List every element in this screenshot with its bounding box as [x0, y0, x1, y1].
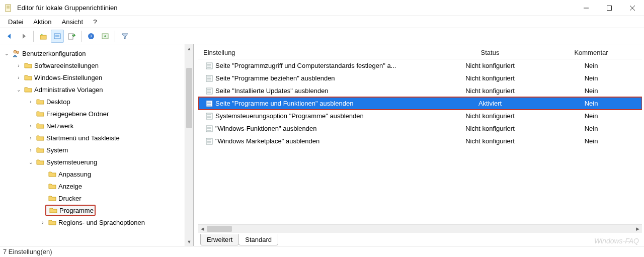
help-button[interactable]: ?	[85, 30, 98, 43]
refresh-button[interactable]	[99, 30, 112, 43]
tree-node-controlpanel[interactable]: ⌄ Systemsteuerung	[0, 156, 193, 168]
up-button[interactable]	[37, 30, 50, 43]
app-icon	[4, 4, 13, 13]
menu-view[interactable]: Ansicht	[58, 17, 88, 27]
column-setting[interactable]: Einstellung	[198, 49, 430, 56]
policy-row[interactable]: "Windows-Funktionen" ausblenden Nicht ko…	[198, 122, 642, 135]
expand-icon[interactable]: ›	[27, 147, 34, 153]
row-name: "Windows-Funktionen" ausblenden	[215, 125, 316, 132]
scroll-up-icon[interactable]: ▲	[185, 44, 193, 53]
expand-icon[interactable]: ›	[27, 99, 34, 105]
row-status: Aktiviert	[430, 100, 550, 107]
menu-action[interactable]: Aktion	[29, 17, 55, 27]
tree-label: Drucker	[58, 195, 82, 202]
maximize-button[interactable]	[598, 0, 621, 16]
tree-node-software[interactable]: › Softwareeinstellungen	[0, 59, 193, 71]
tree-node-startmenu[interactable]: › Startmenü und Taskleiste	[0, 132, 193, 144]
collapse-icon[interactable]: ⌄	[27, 159, 34, 165]
properties-button[interactable]	[51, 30, 64, 43]
tree-label: Softwareeinstellungen	[34, 62, 99, 69]
forward-button[interactable]	[17, 30, 30, 43]
column-headers: Einstellung Status Kommentar	[198, 46, 642, 59]
filter-button[interactable]	[118, 30, 131, 43]
row-name: Systemsteuerungsoption "Programme" ausbl…	[215, 112, 364, 120]
back-button[interactable]	[3, 30, 16, 43]
minimize-button[interactable]	[575, 0, 598, 16]
tab-extended[interactable]: Erweitert	[200, 234, 239, 245]
tree-node-desktop[interactable]: › Desktop	[0, 96, 193, 108]
window-title: Editor für lokale Gruppenrichtlinien	[17, 4, 117, 12]
column-comment[interactable]: Kommentar	[550, 49, 642, 56]
menu-file[interactable]: Datei	[4, 17, 27, 27]
tree-label: Netzwerk	[46, 122, 73, 130]
row-name: "Windows Marketplace" ausblenden	[215, 137, 319, 145]
policy-row[interactable]: "Windows Marketplace" ausblenden Nicht k…	[198, 135, 642, 147]
folder-icon	[36, 146, 44, 154]
tree-scrollbar[interactable]: ▲ ▼	[185, 44, 193, 246]
policy-icon	[205, 100, 213, 108]
scroll-thumb[interactable]	[186, 68, 192, 128]
tree-node-display[interactable]: Anzeige	[0, 180, 193, 192]
expand-icon[interactable]: ›	[27, 135, 34, 141]
tree-node-programs[interactable]: Programme	[0, 204, 193, 216]
tree-label: Programme	[59, 207, 94, 214]
menu-help[interactable]: ?	[89, 17, 101, 27]
expand-icon[interactable]: ›	[27, 123, 34, 129]
toolbar-separator	[33, 31, 34, 42]
folder-icon	[49, 206, 57, 214]
scroll-right-icon[interactable]: ▶	[633, 225, 642, 233]
row-name: Seite "Programme und Funktionen" ausblen…	[215, 100, 353, 107]
row-name: Seite "Installierte Updates" ausblenden	[215, 87, 329, 95]
scroll-track[interactable]	[185, 53, 193, 237]
close-button[interactable]	[621, 0, 644, 16]
tree-node-user-config[interactable]: ⌄ Benutzerkonfiguration	[0, 47, 193, 59]
tree-node-printer[interactable]: Drucker	[0, 192, 193, 204]
export-button[interactable]	[65, 30, 78, 43]
details-pane: Einstellung Status Kommentar Seite "Prog…	[194, 44, 644, 246]
scroll-down-icon[interactable]: ▼	[185, 237, 193, 246]
policy-icon	[205, 112, 213, 120]
tree-node-network[interactable]: › Netzwerk	[0, 120, 193, 132]
tree-node-templates[interactable]: ⌄ Administrative Vorlagen	[0, 83, 193, 96]
tree-node-region[interactable]: › Regions- und Sprachoptionen	[0, 216, 193, 228]
policy-icon	[205, 87, 213, 95]
folder-icon	[48, 170, 56, 178]
folder-icon	[48, 194, 56, 202]
row-comment: Nein	[550, 74, 642, 82]
row-comment: Nein	[550, 137, 642, 145]
column-status[interactable]: Status	[430, 49, 550, 56]
folder-icon	[36, 98, 44, 106]
policy-row-selected[interactable]: Seite "Programme und Funktionen" ausblen…	[198, 97, 642, 110]
policy-row[interactable]: Systemsteuerungsoption "Programme" ausbl…	[198, 110, 642, 122]
horizontal-scrollbar[interactable]: ◀ ▶	[198, 224, 642, 233]
policy-row[interactable]: Seite "Installierte Updates" ausblenden …	[198, 84, 642, 97]
scroll-left-icon[interactable]: ◀	[198, 225, 207, 233]
expand-icon[interactable]: ›	[15, 75, 22, 80]
collapse-icon[interactable]: ⌄	[3, 51, 10, 56]
svg-point-16	[14, 50, 17, 53]
svg-rect-8	[40, 35, 46, 39]
tabs: Erweitert Standard	[198, 233, 642, 246]
tree-label: Benutzerkonfiguration	[22, 50, 86, 57]
expand-icon[interactable]: ›	[39, 220, 46, 225]
rows-container: Seite "Programmzugriff und Computerstand…	[198, 59, 642, 224]
tree-node-windows[interactable]: › Windows-Einstellungen	[0, 71, 193, 83]
folder-icon	[24, 61, 32, 69]
policy-icon	[205, 62, 213, 70]
row-comment: Nein	[550, 112, 642, 120]
policy-icon	[205, 74, 213, 82]
tree-node-shared[interactable]: Freigegebene Ordner	[0, 108, 193, 120]
collapse-icon[interactable]: ⌄	[15, 87, 22, 93]
folder-icon	[36, 110, 44, 118]
tab-standard[interactable]: Standard	[238, 234, 278, 245]
tree-node-customize[interactable]: Anpassung	[0, 168, 193, 180]
scroll-track[interactable]	[207, 225, 633, 233]
expand-icon[interactable]: ›	[15, 63, 22, 68]
policy-row[interactable]: Seite "Programme beziehen" ausblenden Ni…	[198, 72, 642, 84]
policy-row[interactable]: Seite "Programmzugriff und Computerstand…	[198, 59, 642, 72]
tree-node-system[interactable]: › System	[0, 144, 193, 156]
svg-text:?: ?	[90, 34, 93, 39]
user-config-icon	[12, 49, 20, 57]
scroll-thumb[interactable]	[207, 226, 232, 232]
row-status: Nicht konfiguriert	[430, 125, 550, 132]
